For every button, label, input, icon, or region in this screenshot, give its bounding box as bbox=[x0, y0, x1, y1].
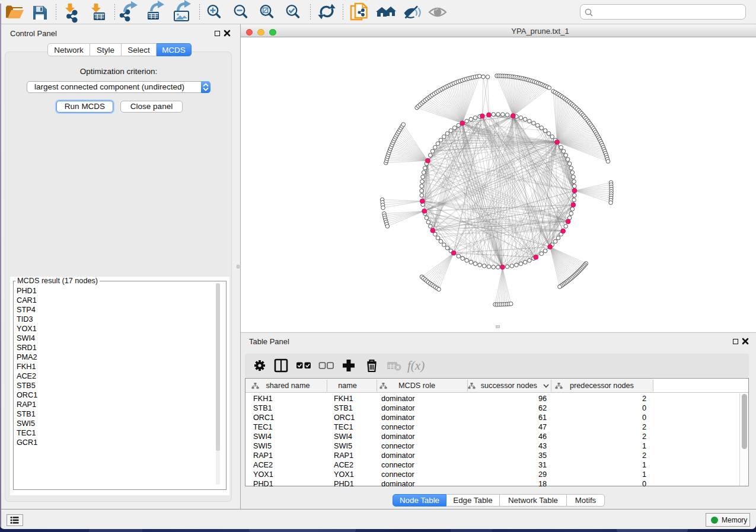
svg-text:f(x): f(x) bbox=[407, 358, 425, 373]
